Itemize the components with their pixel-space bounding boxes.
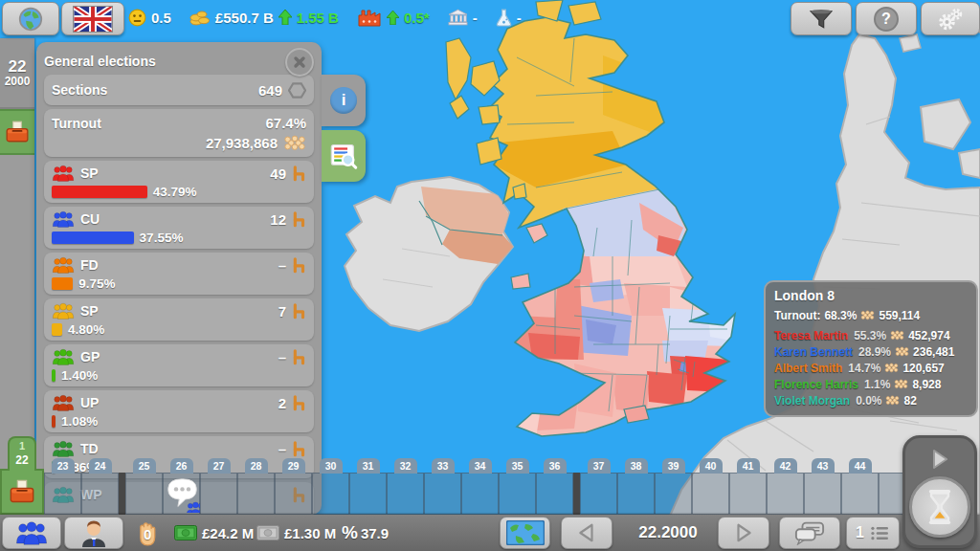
bottom-bar: 0 £24.2 M £1.30 M % 37.9 22.2000 1 xyxy=(0,515,980,551)
party-vote-bar xyxy=(52,277,73,290)
timeline-year-cell[interactable]: 31 xyxy=(349,473,387,515)
sections-label: Sections xyxy=(52,82,107,98)
leader-avatar xyxy=(80,518,107,547)
coins-icon xyxy=(189,9,211,26)
party-row[interactable]: UP 2 1.08% xyxy=(44,390,314,432)
timeline-year-cell[interactable]: 30 xyxy=(312,473,349,515)
sections-row[interactable]: Sections 649 xyxy=(44,75,314,105)
actions-indicator[interactable]: 0 xyxy=(136,515,151,551)
date-badge: 22 2000 xyxy=(0,38,34,109)
party-seats: – xyxy=(278,441,286,457)
party-icon xyxy=(52,394,75,411)
party-vote-bar xyxy=(52,369,56,382)
timeline-year-cell[interactable]: 32 xyxy=(387,473,424,515)
seat-chair-icon xyxy=(292,165,306,182)
general-elections-panel: General elections Sections 649 Turnout 6… xyxy=(36,42,322,515)
panel-header: General elections xyxy=(44,48,314,75)
election-event-marker[interactable] xyxy=(0,109,34,155)
timeline-year-cell[interactable]: 28 xyxy=(237,473,275,515)
party-icon xyxy=(52,302,75,320)
arrow-right-icon xyxy=(733,522,754,543)
party-row[interactable]: SP 7 4.80% xyxy=(44,298,314,341)
funnel-icon xyxy=(810,9,833,30)
constituency-tooltip: London 8 Turnout: 68.3% 559,114 Teresa M… xyxy=(764,280,978,417)
panel-title: General elections xyxy=(44,54,156,69)
timeline-year-cell[interactable]: 35 xyxy=(499,473,536,515)
reserve-indicator: £1.30 M xyxy=(256,515,336,551)
timeline-year-cell[interactable]: 44 xyxy=(841,473,879,515)
timeline-year-cell[interactable]: 24 xyxy=(81,473,119,515)
timeline-current-year-cell[interactable]: 1 22 xyxy=(0,469,44,515)
candidate-pct: 14.7% xyxy=(848,362,880,375)
candidate-row: Albert Smith 14.7% 120,657 xyxy=(774,360,968,376)
timeline-year-cell[interactable]: 23 xyxy=(44,473,81,515)
close-button[interactable] xyxy=(285,48,314,77)
timeline-year-cell[interactable]: 38 xyxy=(617,473,655,515)
population-icon xyxy=(884,363,899,373)
next-button[interactable] xyxy=(718,517,769,549)
wait-button[interactable] xyxy=(909,476,970,538)
population-icon xyxy=(895,346,909,357)
party-code: UP xyxy=(80,395,99,410)
world-view-button[interactable] xyxy=(2,2,59,35)
resource-bar: 0.5 £550.7 B 1.55 B 0.5* - - xyxy=(128,5,522,30)
party-vote-pct: 4.80% xyxy=(68,322,104,337)
timeline-year-cell[interactable]: 27 xyxy=(200,473,237,515)
seat-chair-icon xyxy=(292,349,306,365)
tooltip-turnout-label: Turnout: xyxy=(774,309,820,322)
timeline-year-cell[interactable]: 29 xyxy=(275,473,312,515)
population-button[interactable] xyxy=(2,517,61,549)
settings-button[interactable] xyxy=(921,2,980,35)
tooltip-title: London 8 xyxy=(774,288,968,303)
info-tab[interactable]: i xyxy=(322,75,366,126)
timeline-year-cell[interactable]: 37 xyxy=(580,473,617,515)
candidate-name: Albert Smith xyxy=(774,362,842,375)
candidate-votes: 120,657 xyxy=(902,362,944,375)
help-button[interactable]: ? xyxy=(856,2,917,35)
timeline-year-cell[interactable]: 41 xyxy=(729,473,767,515)
timeline-year-cell[interactable]: 25 xyxy=(125,473,163,515)
candidate-pct: 55.3% xyxy=(854,329,886,342)
timeline-year-cell[interactable]: 39 xyxy=(655,473,692,515)
world-map-button[interactable] xyxy=(500,517,550,549)
party-row[interactable]: GP – 1.40% xyxy=(44,344,314,386)
country-flag-button[interactable] xyxy=(61,2,124,35)
candidate-votes: 82 xyxy=(903,394,916,408)
timeline-year-cell[interactable]: 42 xyxy=(767,473,804,515)
timeline-year-cell[interactable]: 34 xyxy=(461,473,499,515)
timeline-year-cell[interactable]: 36 xyxy=(536,473,573,515)
timeline-year-cell[interactable]: 40 xyxy=(692,473,729,515)
party-row[interactable]: SP 49 43.79% xyxy=(44,161,314,203)
year-timeline: 1 22 23242526272829303132333435363738394… xyxy=(0,457,980,515)
results-inspect-tab[interactable] xyxy=(322,130,366,182)
party-seats: – xyxy=(278,257,286,274)
play-button[interactable] xyxy=(914,442,966,476)
banknote-green-icon xyxy=(174,525,197,540)
timeline-year-label: 35 xyxy=(506,458,529,474)
chat-icon xyxy=(794,521,825,545)
party-vote-bar xyxy=(52,231,134,244)
play-icon xyxy=(928,448,951,471)
timeline-year-cell[interactable]: 33 xyxy=(424,473,461,515)
party-vote-pct: 9.75% xyxy=(78,276,115,291)
timeline-divider xyxy=(119,473,125,515)
timeline-year-cell[interactable]: 43 xyxy=(804,473,841,515)
seat-chair-icon xyxy=(292,395,306,411)
messages-button[interactable] xyxy=(779,517,840,549)
prev-button[interactable] xyxy=(561,517,612,549)
event-bubble-icon[interactable] xyxy=(165,474,200,513)
party-code: TD xyxy=(80,441,99,456)
timeline-year-cell[interactable]: 26 xyxy=(163,473,200,515)
party-seats: 12 xyxy=(270,211,286,228)
turnout-row[interactable]: Turnout 67.4% 27,938,868 xyxy=(44,109,314,157)
timeline-year-label: 26 xyxy=(170,458,193,474)
party-code: GP xyxy=(80,349,100,364)
party-row[interactable]: FD – 9.75% xyxy=(44,253,314,295)
party-row[interactable]: CU 12 37.55% xyxy=(44,207,314,249)
task-list-button[interactable]: 1 xyxy=(846,517,900,549)
leader-button[interactable] xyxy=(64,517,123,549)
up-arrow-icon xyxy=(278,10,292,25)
party-seats: 7 xyxy=(278,303,286,320)
arrow-left-icon xyxy=(576,522,597,543)
filter-button[interactable] xyxy=(791,2,852,35)
